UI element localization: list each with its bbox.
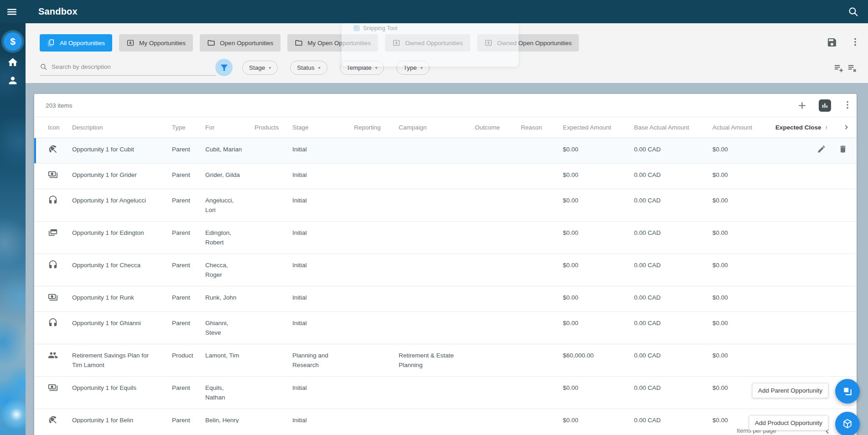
view-chips: All Opportunities$My OpportunitiesOpen O… bbox=[40, 34, 579, 52]
view-chip-label: All Opportunities bbox=[60, 40, 105, 47]
cell-reporting bbox=[354, 286, 399, 311]
view-chip-my-opportunities[interactable]: $My Opportunities bbox=[119, 34, 193, 52]
top-app-bar: Sandbox bbox=[0, 0, 868, 23]
table-options-kebab-icon[interactable] bbox=[842, 100, 852, 111]
cell-expected-amount: $0.00 bbox=[563, 189, 634, 221]
cell-outcome bbox=[475, 189, 521, 221]
table-row[interactable]: Opportunity 1 for EquilsParentEquils, Na… bbox=[34, 376, 857, 409]
table-toolbar: 203 items bbox=[34, 94, 857, 117]
scroll-columns-right-icon[interactable] bbox=[842, 123, 851, 132]
filter-dropdown-type[interactable]: Type▾ bbox=[396, 61, 429, 75]
table-row[interactable]: Opportunity 1 for RunkParentRunk, JohnIn… bbox=[34, 286, 857, 311]
column-header-stage[interactable]: Stage bbox=[292, 117, 354, 138]
add-parent-opportunity-fab[interactable] bbox=[835, 379, 860, 404]
svg-text:$: $ bbox=[130, 41, 132, 45]
filter-dropdown-status[interactable]: Status▾ bbox=[290, 61, 327, 75]
table-row[interactable]: Opportunity 1 for CubitParentCubit, Mari… bbox=[34, 138, 857, 163]
cell-for: Ghianni, Steve bbox=[205, 311, 255, 344]
column-header-campaign[interactable]: Campaign bbox=[399, 117, 475, 138]
filter-funnel-button[interactable] bbox=[215, 59, 233, 76]
delete-row-icon[interactable] bbox=[838, 145, 847, 154]
column-header-type[interactable]: Type bbox=[172, 117, 205, 138]
cell-reason bbox=[521, 286, 563, 311]
opportunities-nav-icon[interactable]: $ bbox=[4, 32, 22, 51]
menu-icon[interactable] bbox=[6, 6, 18, 18]
column-header-for[interactable]: For bbox=[205, 117, 255, 138]
column-header-products[interactable]: Products bbox=[255, 117, 292, 138]
cell-expected-amount: $0.00 bbox=[563, 254, 634, 286]
cell-base-actual-amount: 0.00 CAD bbox=[634, 221, 712, 254]
column-header-icon[interactable]: Icon bbox=[34, 117, 72, 138]
column-header-label: Expected Close bbox=[775, 124, 821, 131]
cell-reporting bbox=[354, 138, 399, 163]
search-icon[interactable] bbox=[847, 6, 859, 17]
cell-products bbox=[255, 189, 292, 221]
cell-reason bbox=[521, 376, 563, 409]
table-row[interactable]: Opportunity 1 for GriderParentGrider, Gi… bbox=[34, 163, 857, 189]
column-header-actual-amount[interactable]: Actual Amount bbox=[712, 117, 775, 138]
column-header-description[interactable]: Description bbox=[72, 117, 172, 138]
copy-all-icon bbox=[47, 39, 55, 47]
cell-stage: Initial bbox=[292, 311, 354, 344]
cell-actual-amount: $0.00 bbox=[712, 286, 775, 311]
clear-filters-icon[interactable] bbox=[847, 63, 858, 73]
cell-expected-close bbox=[775, 189, 857, 221]
filter-dropdown-stage[interactable]: Stage▾ bbox=[242, 61, 278, 75]
cell-expected-amount: $0.00 bbox=[563, 163, 634, 189]
cell-campaign: Retirement & Estate Planning bbox=[399, 344, 475, 376]
table-row[interactable]: Opportunity 1 for AngelucciParentAngeluc… bbox=[34, 189, 857, 221]
add-product-opportunity-tooltip: Add Product Opportunity bbox=[749, 415, 828, 430]
cell-reason bbox=[521, 138, 563, 163]
search-input[interactable] bbox=[52, 63, 216, 70]
view-chip-my-open-opportunities[interactable]: My Open Opportunities bbox=[287, 34, 378, 52]
cell-base-actual-amount: 0.00 CAD bbox=[634, 138, 712, 163]
view-chip-label: My Open Opportunities bbox=[307, 40, 371, 47]
search-field-icon bbox=[40, 63, 47, 71]
add-parent-opportunity-tooltip: Add Parent Opportunity bbox=[752, 383, 828, 398]
edit-row-icon[interactable] bbox=[817, 145, 826, 154]
parent-stack-icon bbox=[842, 385, 853, 397]
chart-view-button[interactable] bbox=[819, 99, 831, 112]
column-header-outcome[interactable]: Outcome bbox=[475, 117, 521, 138]
column-header-reporting[interactable]: Reporting bbox=[354, 117, 399, 138]
save-view-icon[interactable] bbox=[826, 37, 837, 48]
view-options-kebab-icon[interactable] bbox=[850, 37, 860, 48]
view-chip-owned-opportunities[interactable]: $Owned Opportunities bbox=[385, 34, 470, 52]
cell-description: Opportunity 1 for Checca bbox=[72, 254, 172, 286]
view-chip-owned-open-opportunities[interactable]: $Owned Open Opportunities bbox=[477, 34, 579, 52]
nav-rail: $ bbox=[0, 23, 26, 435]
payments-icon bbox=[48, 292, 58, 302]
column-header-expected-amount[interactable]: Expected Amount bbox=[563, 117, 634, 138]
cell-stage: Initial bbox=[292, 254, 354, 286]
column-header-reason[interactable]: Reason bbox=[521, 117, 563, 138]
filter-dropdown-label: Status bbox=[297, 64, 314, 71]
add-product-opportunity-fab[interactable] bbox=[835, 412, 860, 435]
filter-dropdown-template[interactable]: Template▾ bbox=[340, 61, 385, 75]
cell-description: Opportunity 1 for Edington bbox=[72, 221, 172, 254]
folder-icon bbox=[207, 39, 215, 47]
column-header-base-actual-amount[interactable]: Base Actual Amount bbox=[634, 117, 712, 138]
profile-icon[interactable] bbox=[7, 75, 19, 86]
cell-outcome bbox=[475, 344, 521, 376]
view-chip-open-opportunities[interactable]: Open Opportunities bbox=[200, 34, 281, 52]
table-row[interactable]: Opportunity 1 for EdingtonParentEdington… bbox=[34, 221, 857, 254]
add-icon[interactable] bbox=[796, 100, 808, 111]
cell-actual-amount: $0.00 bbox=[712, 311, 775, 344]
page-title: Sandbox bbox=[38, 0, 78, 23]
column-header-expected-close[interactable]: Expected Close↑ bbox=[775, 117, 857, 138]
cell-description: Retirement Savings Plan for Tim Lamont bbox=[72, 344, 172, 376]
table-row[interactable]: Opportunity 1 for CheccaParentChecca, Ro… bbox=[34, 254, 857, 286]
cell-stage: Planning and Research bbox=[292, 344, 354, 376]
view-chip-all-opportunities[interactable]: All Opportunities bbox=[40, 34, 112, 52]
table-row[interactable]: Retirement Savings Plan for Tim LamontPr… bbox=[34, 344, 857, 376]
cell-stage: Initial bbox=[292, 221, 354, 254]
cell-type: Parent bbox=[172, 189, 205, 221]
home-icon[interactable] bbox=[7, 57, 19, 68]
bar-chart-icon bbox=[821, 101, 829, 110]
sort-asc-arrow-icon: ↑ bbox=[825, 124, 828, 131]
table-row[interactable]: Opportunity 1 for GhianniParentGhianni, … bbox=[34, 311, 857, 344]
dollar-box-icon: $ bbox=[484, 39, 493, 47]
filter-dropdown-label: Template bbox=[347, 64, 372, 71]
add-filter-row-icon[interactable] bbox=[833, 63, 844, 73]
cell-expected-close bbox=[775, 344, 857, 376]
